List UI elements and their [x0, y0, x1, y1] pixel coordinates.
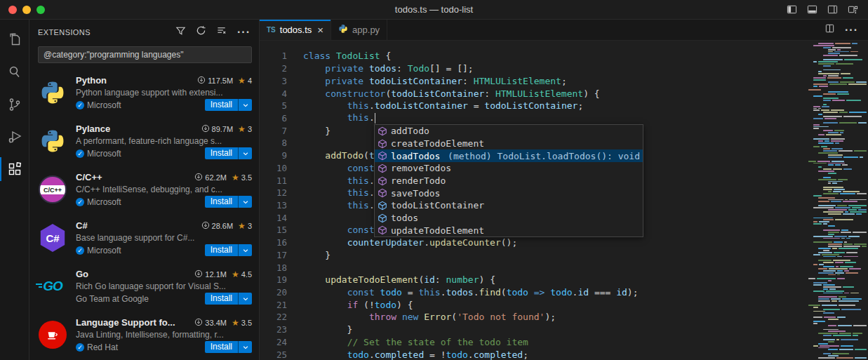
- extension-description: Java Linting, Intellisense, formatting, …: [76, 330, 252, 340]
- extension-row-go[interactable]: GOGo12.1M★4.5Rich Go language support fo…: [29, 262, 259, 311]
- code-line: 21 if (!todo) {: [260, 298, 798, 311]
- line-number: 7: [260, 126, 287, 136]
- suggest-label: renderTodo: [391, 175, 446, 186]
- tab-bar: TS todos.ts × app.py ···: [260, 20, 868, 41]
- suggest-item-removeTodos[interactable]: removeTodos: [375, 162, 643, 175]
- line-number: 18: [260, 262, 287, 273]
- extension-row-pylance[interactable]: Pylance89.7M★3A performant, feature-rich…: [29, 117, 259, 166]
- line-number: 3: [260, 76, 287, 86]
- suggest-item-todoListContainer[interactable]: todoListContainer: [375, 199, 643, 212]
- code-line: 24 // Set the state of the todo item: [260, 336, 798, 349]
- tab-app-py[interactable]: app.py: [331, 20, 387, 40]
- extension-row-language-support-fo[interactable]: Language Support fo...33.4M★3.5Java Lint…: [29, 311, 259, 359]
- line-number: 1: [260, 51, 287, 61]
- line-number: 12: [260, 187, 287, 198]
- line-number: 16: [260, 237, 287, 248]
- run-debug-icon[interactable]: [0, 121, 29, 153]
- install-dropdown-icon[interactable]: [238, 196, 252, 208]
- zoom-window-button[interactable]: [36, 6, 45, 14]
- toggle-primary-sidebar-icon[interactable]: [787, 4, 797, 15]
- tab-todos-ts[interactable]: TS todos.ts ×: [260, 20, 331, 40]
- symbol-method-icon: [377, 163, 388, 174]
- close-tab-icon[interactable]: ×: [317, 24, 323, 36]
- search-icon[interactable]: [0, 56, 29, 88]
- source-control-icon[interactable]: [0, 88, 29, 121]
- install-button[interactable]: Install: [205, 147, 238, 159]
- suggest-item-addTodo[interactable]: addTodo: [375, 125, 643, 138]
- explorer-icon[interactable]: [0, 24, 29, 56]
- line-number: 25: [260, 349, 287, 360]
- customize-layout-icon[interactable]: [848, 4, 858, 15]
- publisher-name: Microsoft: [87, 246, 121, 255]
- more-actions-icon[interactable]: ···: [237, 26, 251, 39]
- minimap[interactable]: [803, 41, 868, 360]
- install-dropdown-icon[interactable]: [238, 341, 252, 353]
- download-count: 28.6M: [212, 222, 234, 230]
- split-editor-icon[interactable]: [824, 23, 835, 36]
- download-count-icon: [201, 124, 210, 134]
- code-line: 3 private todoListContainer: HTMLUListEl…: [260, 74, 798, 87]
- minimize-window-button[interactable]: [22, 6, 31, 14]
- suggest-item-saveTodos[interactable]: saveTodos: [375, 187, 643, 199]
- line-number: 11: [260, 175, 287, 186]
- toggle-panel-icon[interactable]: [807, 4, 817, 15]
- verified-publisher-icon: ✓: [76, 246, 84, 255]
- download-count-icon: [201, 221, 210, 231]
- close-window-button[interactable]: [8, 6, 17, 14]
- extension-row-c[interactable]: C#C#28.6M★3Base language support for C#.…: [29, 214, 259, 262]
- download-count-icon: [194, 318, 203, 328]
- code-line: 18: [260, 261, 798, 274]
- extension-search-input[interactable]: [38, 46, 252, 63]
- install-button[interactable]: Install: [205, 341, 238, 353]
- suggest-item-todos[interactable]: todos: [375, 212, 643, 225]
- extension-list: Python117.5M★4Python language support wi…: [29, 69, 259, 360]
- download-count-icon: [197, 76, 206, 86]
- symbol-method-icon: [377, 126, 388, 137]
- extension-row-python[interactable]: Python117.5M★4Python language support wi…: [29, 69, 259, 117]
- install-dropdown-icon[interactable]: [238, 99, 252, 111]
- filter-icon[interactable]: [175, 25, 186, 39]
- extensions-sidebar: EXTENSIONS ··· Python117.5M★4Python lang…: [29, 20, 260, 360]
- extension-name: C#: [76, 220, 88, 231]
- refresh-icon[interactable]: [196, 25, 206, 39]
- install-dropdown-icon[interactable]: [238, 147, 252, 159]
- toggle-secondary-sidebar-icon[interactable]: [827, 4, 838, 15]
- code-line: 17 }: [260, 249, 798, 262]
- traffic-lights: [0, 6, 84, 14]
- intellisense-suggest-widget: addTodocreateTodoElementloadTodos(method…: [374, 124, 643, 237]
- extensions-icon[interactable]: [0, 153, 29, 185]
- symbol-method-icon: [377, 225, 388, 236]
- extension-name: Pylance: [76, 124, 110, 134]
- suggest-label: loadTodos: [391, 151, 440, 161]
- line-number: 20: [260, 287, 287, 298]
- install-button[interactable]: Install: [205, 196, 238, 208]
- title-bar: todos.ts — todo-list: [0, 0, 868, 20]
- editor-more-actions-icon[interactable]: ···: [845, 24, 858, 36]
- install-button[interactable]: Install: [205, 99, 238, 111]
- clear-extension-search-icon[interactable]: [216, 25, 227, 39]
- line-number: 9: [260, 150, 287, 161]
- download-count-icon: [194, 269, 203, 279]
- line-number: 15: [260, 225, 287, 235]
- download-count: 117.5M: [208, 76, 233, 85]
- extension-row-c-c[interactable]: C/C++C/C++62.2M★3.5C/C++ IntelliSense, d…: [29, 166, 259, 214]
- download-count: 62.2M: [205, 173, 227, 182]
- symbol-method-icon: [377, 175, 388, 187]
- code-editor[interactable]: 1class TodoList {2 private todos: Todo[]…: [260, 41, 868, 360]
- rating: 3.5: [241, 173, 252, 182]
- suggest-item-updateTodoElement[interactable]: updateTodoElement: [375, 225, 643, 237]
- extension-name: Language Support fo...: [76, 317, 175, 328]
- suggest-item-loadTodos[interactable]: loadTodos(method) TodoList.loadTodos(): …: [375, 149, 643, 162]
- star-icon: ★: [238, 76, 246, 86]
- suggest-item-createTodoElement[interactable]: createTodoElement: [375, 138, 643, 150]
- rating: 3: [248, 125, 252, 133]
- suggest-item-renderTodo[interactable]: renderTodo: [375, 175, 643, 187]
- extension-name: Go: [76, 269, 88, 279]
- install-dropdown-icon[interactable]: [238, 293, 252, 305]
- extension-logo: [38, 320, 67, 349]
- install-button[interactable]: Install: [205, 244, 238, 256]
- install-dropdown-icon[interactable]: [238, 244, 252, 256]
- star-icon: ★: [232, 269, 239, 279]
- suggest-label: removeTodos: [391, 163, 451, 173]
- install-button[interactable]: Install: [205, 293, 238, 305]
